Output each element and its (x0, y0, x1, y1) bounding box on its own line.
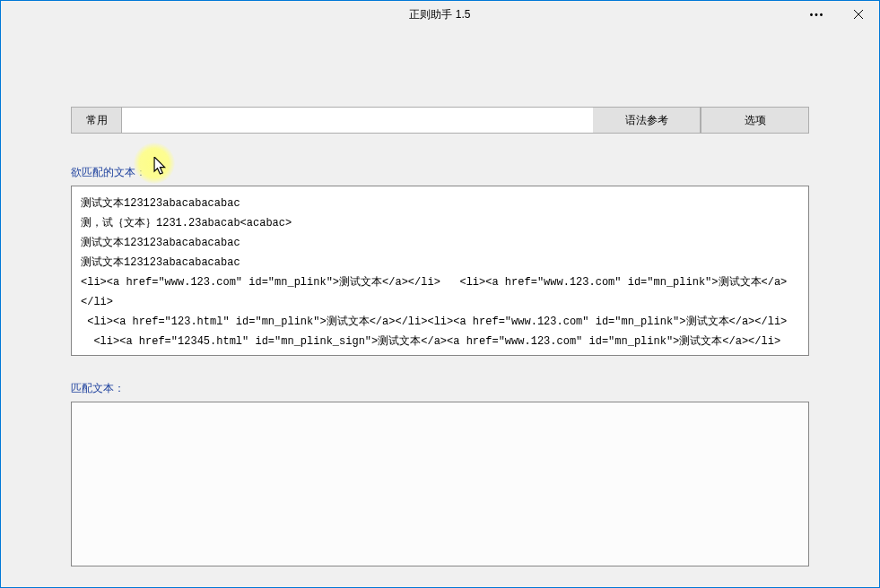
syntax-reference-button[interactable]: 语法参考 (593, 108, 701, 133)
app-window: 正则助手 1.5 ••• 常用 语法参考 选项 欲匹配的文本： 测试文本1231… (0, 0, 880, 588)
window-title: 正则助手 1.5 (409, 7, 470, 22)
match-result-output[interactable] (71, 402, 809, 566)
options-button[interactable]: 选项 (701, 108, 808, 133)
title-bar[interactable]: 正则助手 1.5 ••• (1, 1, 879, 28)
close-icon (854, 10, 863, 19)
regex-input[interactable] (122, 108, 593, 133)
input-label: 欲匹配的文本： (71, 165, 809, 180)
source-text-input[interactable]: 测试文本123123abacabacabac 测，试｛文本｝1231.23aba… (71, 186, 809, 356)
common-patterns-button[interactable]: 常用 (72, 108, 122, 133)
close-button[interactable] (838, 1, 879, 28)
output-label: 匹配文本： (71, 381, 809, 396)
window-controls: ••• (797, 1, 879, 28)
content-area: 常用 语法参考 选项 欲匹配的文本： 测试文本123123abacabacaba… (71, 107, 809, 566)
more-button[interactable]: ••• (797, 1, 838, 28)
toolbar: 常用 语法参考 选项 (71, 107, 809, 134)
